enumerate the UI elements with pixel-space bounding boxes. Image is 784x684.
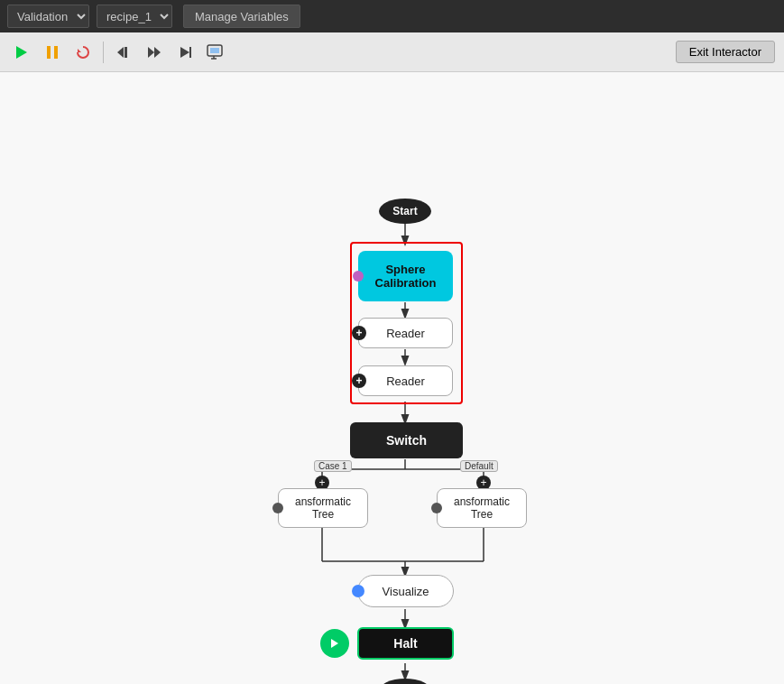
- tree1-icon: [272, 503, 283, 513]
- default-label: Default: [460, 460, 498, 472]
- tree2-node[interactable]: ansformatic Tree: [437, 488, 527, 528]
- sphere-calibration-node[interactable]: Sphere Calibration: [358, 251, 453, 301]
- visualize-node[interactable]: Visualize: [357, 575, 454, 607]
- manage-variables-button[interactable]: Manage Variables: [183, 5, 300, 28]
- svg-rect-9: [189, 47, 191, 58]
- svg-rect-2: [54, 46, 58, 59]
- case1-label: Case 1: [314, 460, 352, 472]
- halt-play-icon[interactable]: [320, 629, 349, 658]
- monitor-button[interactable]: [203, 40, 228, 65]
- svg-marker-0: [16, 46, 27, 59]
- svg-rect-1: [47, 46, 51, 59]
- svg-rect-13: [210, 48, 219, 53]
- toolbar: Exit Interactor: [0, 32, 784, 72]
- svg-rect-5: [125, 47, 127, 58]
- svg-marker-7: [154, 47, 161, 58]
- sphere-dot: [353, 271, 364, 282]
- reader1-node[interactable]: + Reader: [358, 318, 453, 348]
- tree2-icon: [431, 503, 442, 513]
- exit-interactor-button[interactable]: Exit Interactor: [676, 41, 775, 63]
- start-node[interactable]: Start: [379, 199, 431, 224]
- top-bar: Validation recipe_1 Manage Variables: [0, 0, 784, 32]
- play-button[interactable]: [9, 40, 34, 65]
- end-node[interactable]: End: [379, 679, 431, 684]
- validation-dropdown[interactable]: Validation: [7, 5, 89, 28]
- svg-marker-6: [148, 47, 154, 58]
- toolbar-separator: [103, 42, 104, 63]
- fast-forward-button[interactable]: [142, 40, 167, 65]
- pause-button[interactable]: [40, 40, 65, 65]
- refresh-button[interactable]: [70, 40, 96, 65]
- step-over-button[interactable]: [172, 40, 198, 65]
- svg-marker-3: [78, 49, 81, 52]
- reader2-node[interactable]: + Reader: [358, 365, 453, 396]
- tree1-node[interactable]: ansformatic Tree: [278, 488, 368, 528]
- recipe-dropdown[interactable]: recipe_1: [97, 5, 172, 28]
- flow-canvas: Start Sphere Calibration + Reader + Read…: [0, 72, 784, 684]
- visualize-dot: [352, 585, 364, 597]
- switch-node[interactable]: Switch: [350, 422, 463, 458]
- step-back-button[interactable]: [111, 40, 136, 65]
- reader1-plus-icon: +: [352, 326, 366, 340]
- svg-marker-8: [180, 47, 189, 58]
- svg-marker-30: [331, 639, 338, 648]
- svg-marker-4: [117, 47, 124, 58]
- halt-node[interactable]: Halt: [357, 627, 454, 660]
- reader2-plus-icon: +: [352, 374, 366, 388]
